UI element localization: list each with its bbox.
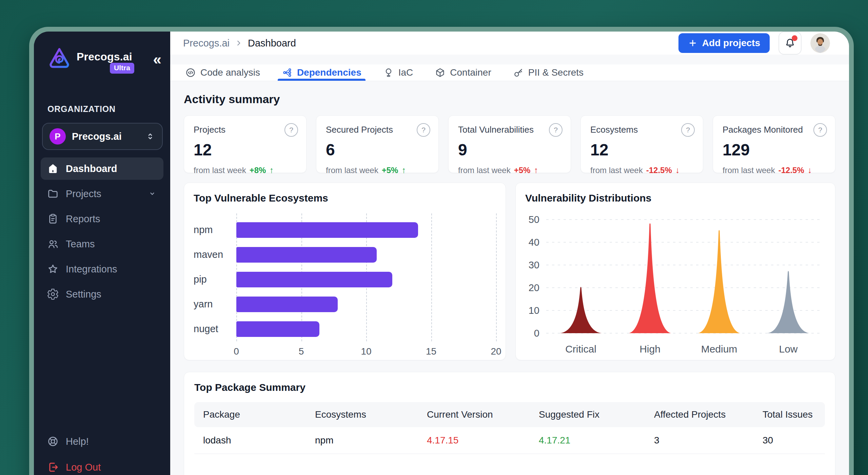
key-icon [513, 67, 524, 78]
bar[interactable] [236, 272, 392, 287]
tree-icon [383, 67, 394, 78]
sidebar-item-help[interactable]: Help! [41, 430, 163, 453]
notification-dot [792, 35, 797, 41]
gear-icon [47, 288, 59, 300]
sidebar-item-settings[interactable]: Settings [41, 283, 163, 305]
stat-value: 9 [458, 140, 561, 159]
help-icon[interactable]: ? [417, 123, 430, 137]
add-projects-button[interactable]: Add projects [678, 33, 770, 53]
chart-title: Top Vulnerable Ecosystems [194, 192, 496, 204]
stat-delta: +8% [250, 166, 266, 175]
bar[interactable] [236, 222, 418, 238]
tab-container[interactable]: Container [433, 64, 493, 81]
stat-card-projects: Projects ? 12 from last week +8% ↑ [184, 115, 307, 173]
bar[interactable] [236, 321, 319, 337]
stat-value: 12 [194, 140, 297, 159]
table-title: Top Package Summary [194, 382, 825, 393]
sidebar-item-label: Integrations [66, 264, 117, 275]
tabs-bar: Code analysis Dependencies [170, 64, 849, 81]
breadcrumb: Precogs.ai Dashboard [183, 38, 296, 49]
organization-name: Precogs.ai [72, 131, 145, 142]
sidebar-nav: Dashboard Projects [34, 157, 170, 305]
sidebar-item-dashboard[interactable]: Dashboard [41, 157, 163, 180]
stat-title: Ecosystems [590, 125, 693, 135]
tab-pii-secrets[interactable]: PII & Secrets [511, 64, 586, 81]
star-icon [47, 263, 59, 275]
sidebar-item-integrations[interactable]: Integrations [41, 258, 163, 280]
bar[interactable] [236, 247, 377, 263]
table-cell: 3 [645, 435, 754, 446]
sidebar-item-logout[interactable]: Log Out [41, 456, 163, 475]
chevron-updown-icon [145, 131, 155, 141]
column-header: Total Issues [754, 409, 825, 420]
distribution-spike-low[interactable] [767, 271, 809, 333]
stat-note-text: from last week [590, 166, 643, 175]
tab-dependencies[interactable]: Dependencies [280, 64, 363, 81]
table-cell: 4.17.15 [418, 435, 530, 446]
stat-card-packages-monitored: Packages Monitored ? 129 from last week … [713, 115, 835, 173]
trend-up-icon: ↑ [269, 165, 274, 175]
sidebar-item-teams[interactable]: Teams [41, 233, 163, 255]
tab-iac[interactable]: IaC [381, 64, 415, 81]
tab-label: PII & Secrets [528, 67, 584, 78]
stat-delta-row: from last week -12.5% ↓ [723, 165, 826, 175]
bar[interactable] [236, 297, 338, 312]
stat-note-text: from last week [723, 166, 775, 175]
x-category-label: High [639, 343, 660, 355]
stat-title: Total Vulnerabilities [458, 125, 561, 135]
help-icon[interactable]: ? [813, 123, 827, 137]
axis-tick-label: 10 [361, 346, 371, 357]
stat-title: Secured Projects [326, 125, 429, 135]
category-label: yarn [194, 299, 231, 310]
bar-row-maven: maven [236, 242, 496, 267]
x-category-label: Low [779, 343, 797, 355]
stat-delta: -12.5% [646, 166, 672, 175]
home-icon [47, 163, 59, 175]
y-axis-tick-label: 20 [529, 282, 539, 293]
category-label: npm [194, 224, 231, 235]
lifebuoy-icon [47, 435, 59, 448]
stat-delta-row: from last week +8% ↑ [194, 165, 297, 175]
stat-card-secured-projects: Secured Projects ? 6 from last week +5% … [316, 115, 439, 173]
distribution-spike-high[interactable] [629, 223, 671, 333]
y-axis-tick-label: 10 [529, 305, 539, 316]
organization-selector[interactable]: P Precogs.ai [42, 123, 163, 150]
axis-tick-label: 20 [491, 346, 501, 357]
stat-delta: +5% [382, 166, 398, 175]
sidebar-collapse-icon[interactable]: « [153, 52, 161, 67]
axis-tick-label: 0 [234, 346, 239, 357]
grid-line [496, 213, 497, 341]
dashboard-content: Activity summary Projects ? 12 from last… [170, 81, 849, 475]
bar-row-nuget: nuget [236, 317, 496, 341]
chevron-down-icon [147, 189, 157, 199]
stat-cards-row: Projects ? 12 from last week +8% ↑ Secur… [184, 115, 835, 173]
tab-label: Container [450, 67, 491, 78]
stat-note-text: from last week [194, 166, 246, 175]
stat-note-text: from last week [458, 166, 511, 175]
top-package-summary-card: Top Package Summary PackageEcosystemsCur… [184, 372, 835, 475]
stat-value: 129 [723, 140, 826, 159]
distribution-spike-critical[interactable] [560, 287, 602, 334]
sidebar-item-label: Reports [66, 213, 100, 225]
table-cell: 4.17.21 [530, 435, 645, 446]
breadcrumb-root[interactable]: Precogs.ai [183, 38, 230, 49]
sidebar-item-projects[interactable]: Projects [41, 183, 163, 205]
stat-delta: +5% [514, 166, 531, 175]
distribution-plot: 01020304050CriticalHighMediumLow [525, 210, 826, 358]
sidebar-item-reports[interactable]: Reports [41, 208, 163, 230]
table-row[interactable]: lodashnpm4.17.154.17.21330 [194, 427, 825, 454]
notifications-button[interactable] [778, 32, 802, 55]
user-avatar[interactable] [810, 33, 830, 53]
distribution-spike-medium[interactable] [698, 230, 740, 333]
stat-delta-row: from last week +5% ↑ [458, 165, 561, 175]
y-axis-tick-label: 0 [534, 328, 539, 339]
help-icon[interactable]: ? [681, 123, 695, 137]
help-icon[interactable]: ? [284, 123, 298, 137]
tab-code-analysis[interactable]: Code analysis [183, 64, 262, 81]
stat-delta: -12.5% [778, 166, 804, 175]
sidebar-item-label: Help! [66, 436, 89, 447]
chart-title: Vulnerability Distributions [525, 192, 826, 204]
axis-tick-label: 15 [426, 346, 436, 357]
help-icon[interactable]: ? [549, 123, 563, 137]
column-header: Package [194, 409, 306, 420]
